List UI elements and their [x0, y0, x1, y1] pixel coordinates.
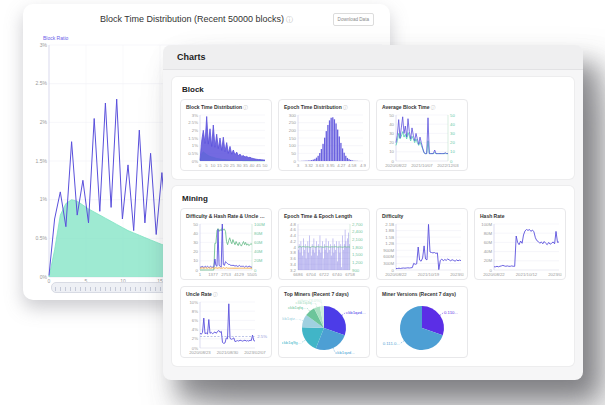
- info-icon[interactable]: ⓘ: [430, 105, 436, 110]
- svg-text:1: 1: [199, 272, 202, 277]
- svg-text:6722: 6722: [319, 272, 329, 277]
- svg-text:2,700: 2,700: [352, 222, 363, 227]
- chart-card-epoch-time-distribution[interactable]: Epoch Time Distribution ⓘ300250200150100…: [278, 99, 370, 171]
- info-icon[interactable]: ⓘ: [242, 105, 248, 110]
- svg-text:6758: 6758: [345, 272, 355, 277]
- chart-card-hash-rate[interactable]: Hash Rate100M80M60M40M20M02020/08/222021…: [474, 208, 566, 280]
- svg-text:3%: 3%: [40, 42, 48, 48]
- chart-canvas: ckb1qzd...ckb1qzd...ckb1q9g...ckb1qtz...…: [282, 299, 366, 355]
- info-icon[interactable]: ⓘ: [286, 16, 293, 23]
- svg-text:2022/12/03: 2022/12/03: [437, 163, 459, 168]
- svg-text:1,200: 1,200: [352, 260, 363, 265]
- svg-text:40: 40: [250, 163, 255, 168]
- svg-text:2753: 2753: [221, 272, 231, 277]
- chart-title-text: Average Block Time: [382, 104, 430, 110]
- y-axis-label: Block Ratio: [43, 35, 68, 41]
- svg-text:50: 50: [263, 163, 268, 168]
- chart-card-block-time-distribution[interactable]: Block Time Distribution ⓘ3%2.5%2%1.5%1%0…: [180, 99, 272, 171]
- svg-text:20: 20: [389, 140, 394, 145]
- svg-text:4.2: 4.2: [290, 239, 297, 244]
- svg-text:10: 10: [193, 258, 198, 263]
- svg-text:6704: 6704: [306, 272, 316, 277]
- svg-text:250: 250: [289, 120, 297, 125]
- svg-text:10: 10: [211, 163, 216, 168]
- svg-text:20M: 20M: [254, 258, 263, 263]
- svg-text:4.6: 4.6: [290, 227, 297, 232]
- svg-text:2020/08/22: 2020/08/22: [385, 272, 407, 277]
- chart-canvas: 100M80M60M40M20M02020/08/222021/10/12202…: [478, 221, 562, 277]
- svg-text:5: 5: [205, 163, 208, 168]
- charts-page-body: BlockBlock Time Distribution ⓘ3%2.5%2%1.…: [163, 70, 583, 373]
- svg-text:50: 50: [291, 151, 296, 156]
- download-data-button[interactable]: Download Data: [333, 13, 374, 26]
- chart-title-text: Block Time Distribution: [186, 104, 242, 110]
- chart-card-title: Average Block Time ⓘ: [380, 103, 464, 112]
- svg-text:4.27: 4.27: [337, 163, 346, 168]
- info-icon[interactable]: ⓘ: [342, 105, 348, 110]
- chart-card-title: Miner Versions (Recent 7 days): [380, 290, 464, 299]
- svg-text:2020/08/22: 2020/08/22: [483, 272, 505, 277]
- svg-text:3.63: 3.63: [315, 163, 324, 168]
- svg-text:2.5%: 2.5%: [36, 80, 48, 86]
- svg-text:15: 15: [217, 163, 222, 168]
- svg-text:1,800: 1,800: [352, 245, 363, 250]
- svg-text:2,100: 2,100: [352, 237, 363, 242]
- section-panel-mining: MiningDifficulty & Hash Rate & Uncle Rat…: [172, 186, 574, 366]
- svg-text:40: 40: [389, 122, 394, 127]
- svg-text:2021/10/12: 2021/10/12: [516, 272, 538, 277]
- chart-card-uncle-rate[interactable]: Uncle Rate ⓘ10%8%6%4%2%0%2020/08/232021/…: [180, 286, 272, 358]
- chart-card-title: Difficulty: [380, 212, 464, 221]
- svg-text:0.111.0...: 0.111.0...: [383, 341, 400, 346]
- back-card-title: Block Time Distribution (Recent 50000 bl…: [100, 14, 284, 24]
- chart-card-difficulty[interactable]: Difficulty2.1B1.8B1.5B1.2B900M600M300M02…: [376, 208, 468, 280]
- svg-text:ckb1qzd...: ckb1qzd...: [346, 310, 366, 315]
- svg-text:35: 35: [243, 163, 248, 168]
- svg-text:50: 50: [450, 113, 455, 118]
- svg-text:0%: 0%: [40, 274, 48, 280]
- section-heading: Mining: [182, 194, 566, 203]
- svg-text:30: 30: [450, 131, 455, 136]
- svg-text:2020/08/22: 2020/08/22: [385, 163, 407, 168]
- svg-text:80M: 80M: [254, 231, 263, 236]
- chart-card-title: Epoch Time Distribution ⓘ: [282, 103, 366, 112]
- svg-text:6%: 6%: [192, 318, 198, 323]
- svg-text:2023/03/04: 2023/03/04: [548, 272, 562, 277]
- svg-text:3.4: 3.4: [290, 262, 297, 267]
- svg-text:4129: 4129: [234, 272, 244, 277]
- chart-card-title: Hash Rate: [478, 212, 562, 221]
- chart-card-miner-versions-recent-7-days[interactable]: Miner Versions (Recent 7 days)0.110...0.…: [376, 286, 468, 358]
- svg-text:900M: 900M: [383, 248, 394, 253]
- svg-text:40M: 40M: [484, 249, 493, 254]
- svg-text:1.5B: 1.5B: [385, 235, 394, 240]
- info-icon[interactable]: ⓘ: [212, 292, 218, 297]
- svg-text:4%: 4%: [192, 327, 198, 332]
- svg-text:2021/10/07: 2021/10/07: [411, 163, 433, 168]
- chart-card-title: Uncle Rate ⓘ: [184, 290, 268, 299]
- chart-card-average-block-time[interactable]: Average Block Time ⓘ50403020100504030201…: [376, 99, 468, 171]
- svg-text:100: 100: [289, 143, 297, 148]
- svg-text:4.8: 4.8: [290, 222, 297, 227]
- svg-text:30: 30: [389, 131, 394, 136]
- chart-canvas: 50403020100100M80M60M40M20M0113772753412…: [184, 221, 268, 277]
- svg-text:2023/03/18: 2023/03/18: [450, 272, 464, 277]
- chart-card-top-miners-recent-7-days[interactable]: Top Miners (Recent 7 days)ckb1qzd...ckb1…: [278, 286, 370, 358]
- svg-text:2.5%: 2.5%: [188, 120, 198, 125]
- svg-text:30: 30: [237, 163, 242, 168]
- svg-text:0%: 0%: [192, 159, 198, 164]
- svg-text:2020/08/23: 2020/08/23: [189, 350, 211, 355]
- chart-card-title: Block Time Distribution ⓘ: [184, 103, 268, 112]
- chart-card-epoch-time-epoch-length[interactable]: Epoch Time & Epoch Length4.84.64.44.243.…: [278, 208, 370, 280]
- svg-text:4: 4: [294, 245, 297, 250]
- svg-text:40: 40: [193, 231, 198, 236]
- svg-text:ckb1qtz...: ckb1qtz...: [282, 316, 298, 321]
- chart-card-difficulty-hash-rate-uncle-rate[interactable]: Difficulty & Hash Rate & Uncle Rate50403…: [180, 208, 272, 280]
- svg-text:4.58: 4.58: [348, 163, 357, 168]
- svg-text:80M: 80M: [484, 231, 493, 236]
- chart-canvas: 2.1B1.8B1.5B1.2B900M600M300M02020/08/222…: [380, 221, 464, 277]
- svg-text:50: 50: [193, 222, 198, 227]
- chart-title-text: Uncle Rate: [186, 291, 212, 297]
- svg-text:3.32: 3.32: [305, 163, 314, 168]
- chart-card-title: Difficulty & Hash Rate & Uncle Rate: [184, 212, 268, 221]
- svg-text:2021/08/30: 2021/08/30: [217, 350, 239, 355]
- svg-text:40: 40: [450, 122, 455, 127]
